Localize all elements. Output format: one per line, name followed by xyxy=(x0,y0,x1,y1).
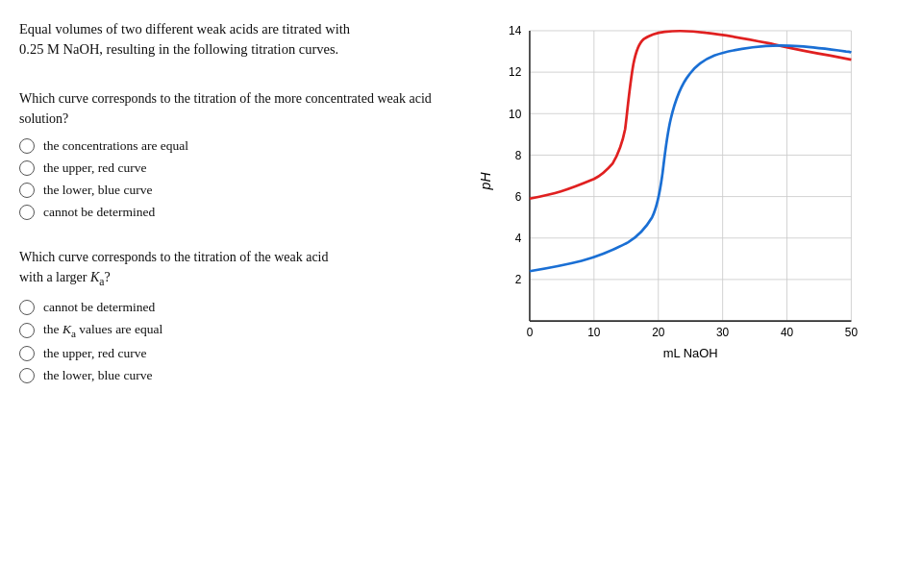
svg-text:4: 4 xyxy=(514,232,521,245)
q1-option4[interactable]: cannot be determined xyxy=(19,205,442,220)
blue-curve xyxy=(529,45,850,271)
svg-text:8: 8 xyxy=(514,149,521,162)
question2-block: Which curve corresponds to the titration… xyxy=(19,247,442,383)
svg-text:40: 40 xyxy=(780,326,793,339)
q2-radio3[interactable] xyxy=(19,346,35,361)
q1-radio4[interactable] xyxy=(19,205,35,220)
q2-radio4[interactable] xyxy=(19,368,35,383)
svg-text:14: 14 xyxy=(509,24,522,37)
q1-option2[interactable]: the upper, red curve xyxy=(19,160,442,176)
q1-radio1[interactable] xyxy=(19,138,35,154)
q1-option3[interactable]: the lower, blue curve xyxy=(19,183,442,198)
q2-label4: the lower, blue curve xyxy=(43,368,152,383)
intro-line1: Equal volumes of two different weak acid… xyxy=(19,21,350,37)
svg-text:12: 12 xyxy=(509,65,521,79)
svg-text:50: 50 xyxy=(844,326,858,339)
q1-option1[interactable]: the concentrations are equal xyxy=(19,138,442,154)
q2-radio2[interactable] xyxy=(19,323,35,338)
svg-text:0: 0 xyxy=(526,326,533,339)
q1-radio3[interactable] xyxy=(19,183,35,198)
question1-text: Which curve corresponds to the titration… xyxy=(19,88,442,129)
q2-label2: the Ka values are equal xyxy=(43,322,162,339)
svg-text:20: 20 xyxy=(652,326,665,339)
q1-label3: the lower, blue curve xyxy=(43,183,152,198)
svg-text:10: 10 xyxy=(587,326,601,339)
q2-radio1[interactable] xyxy=(19,300,35,315)
svg-text:2: 2 xyxy=(514,273,521,286)
svg-text:6: 6 xyxy=(514,190,521,204)
left-panel: Equal volumes of two different weak acid… xyxy=(19,19,461,578)
q1-label2: the upper, red curve xyxy=(43,160,146,176)
intro-line2: 0.25 M NaOH, resulting in the following … xyxy=(19,41,338,57)
q1-label4: cannot be determined xyxy=(43,205,155,220)
chart-svg: 14 12 10 8 6 4 2 0 10 20 30 40 50 pH mL … xyxy=(478,19,872,384)
q2-option2[interactable]: the Ka values are equal xyxy=(19,322,442,339)
q2-option3[interactable]: the upper, red curve xyxy=(19,346,442,361)
svg-text:10: 10 xyxy=(509,108,522,121)
right-panel: 14 12 10 8 6 4 2 0 10 20 30 40 50 pH mL … xyxy=(461,19,887,578)
q2-label1: cannot be determined xyxy=(43,300,155,315)
q1-radio2[interactable] xyxy=(19,160,35,176)
question2-text: Which curve corresponds to the titration… xyxy=(19,247,442,290)
q2-label3: the upper, red curve xyxy=(43,346,146,361)
intro-text: Equal volumes of two different weak acid… xyxy=(19,19,442,60)
svg-text:pH: pH xyxy=(478,172,493,191)
q2-option4[interactable]: the lower, blue curve xyxy=(19,368,442,383)
q1-label1: the concentrations are equal xyxy=(43,138,188,154)
svg-text:mL NaOH: mL NaOH xyxy=(662,346,717,360)
q2-text-part2: with a larger Ka? xyxy=(19,270,111,284)
svg-text:30: 30 xyxy=(716,326,730,339)
q2-option1[interactable]: cannot be determined xyxy=(19,300,442,315)
question1-block: Which curve corresponds to the titration… xyxy=(19,88,442,220)
red-curve xyxy=(529,31,850,198)
chart-container: 14 12 10 8 6 4 2 0 10 20 30 40 50 pH mL … xyxy=(478,19,872,384)
